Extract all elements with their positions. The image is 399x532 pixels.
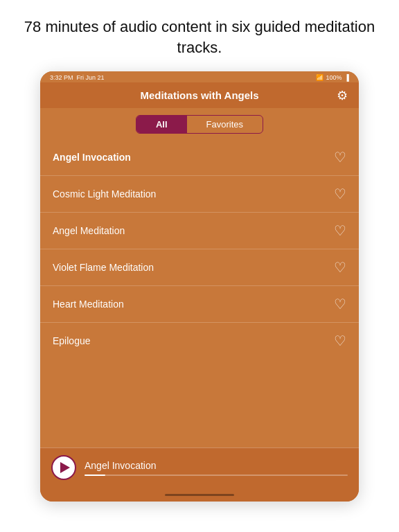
filter-bar: All Favorites (40, 108, 359, 139)
track-name: Angel Invocation (53, 152, 131, 163)
favorite-icon[interactable]: ♡ (334, 186, 346, 202)
battery-level: 100% (326, 74, 342, 81)
track-item-cosmic-light[interactable]: Cosmic Light Meditation ♡ (40, 176, 359, 213)
status-right: 📶 100% ▐ (316, 74, 349, 81)
favorite-icon[interactable]: ♡ (334, 296, 346, 312)
home-bar (165, 494, 234, 496)
phone-frame: 3:32 PM Fri Jun 21 📶 100% ▐ Meditations … (40, 71, 359, 502)
track-item-heart-meditation[interactable]: Heart Meditation ♡ (40, 286, 359, 323)
page-description: 78 minutes of audio content in six guide… (0, 0, 399, 71)
now-playing-info: Angel Invocation (85, 460, 348, 476)
track-name: Epilogue (53, 335, 91, 346)
favorite-icon[interactable]: ♡ (334, 149, 346, 166)
now-playing-bar: Angel Invocation (40, 447, 359, 490)
track-name: Heart Meditation (53, 299, 124, 310)
settings-button[interactable]: ⚙ (337, 88, 348, 103)
play-button[interactable] (51, 455, 76, 480)
progress-bar[interactable] (85, 475, 348, 476)
favorite-icon[interactable]: ♡ (334, 222, 346, 239)
track-list: Angel Invocation ♡ Cosmic Light Meditati… (40, 139, 359, 364)
status-bar: 3:32 PM Fri Jun 21 📶 100% ▐ (40, 71, 359, 82)
now-playing-title: Angel Invocation (85, 460, 348, 471)
battery-icon: ▐ (345, 74, 349, 81)
track-item-angel-invocation[interactable]: Angel Invocation ♡ (40, 139, 359, 176)
favorite-icon[interactable]: ♡ (334, 259, 346, 276)
nav-title: Meditations with Angels (140, 89, 258, 101)
favorite-icon[interactable]: ♡ (334, 332, 346, 349)
track-name: Cosmic Light Meditation (53, 188, 156, 200)
track-item-violet-flame[interactable]: Violet Flame Meditation ♡ (40, 249, 359, 286)
track-item-epilogue[interactable]: Epilogue ♡ (40, 323, 359, 359)
home-indicator (40, 490, 359, 502)
nav-bar: Meditations with Angels ⚙ (40, 82, 359, 108)
filter-tabs: All Favorites (136, 115, 263, 134)
track-item-angel-meditation[interactable]: Angel Meditation ♡ (40, 213, 359, 249)
tab-favorites[interactable]: Favorites (187, 116, 263, 133)
status-time: 3:32 PM Fri Jun 21 (50, 74, 105, 81)
spacer (40, 364, 359, 447)
wifi-icon: 📶 (316, 74, 323, 81)
track-name: Angel Meditation (53, 225, 125, 236)
track-name: Violet Flame Meditation (53, 262, 154, 273)
play-icon (60, 462, 70, 473)
tab-all[interactable]: All (136, 116, 187, 133)
progress-fill (85, 475, 105, 476)
